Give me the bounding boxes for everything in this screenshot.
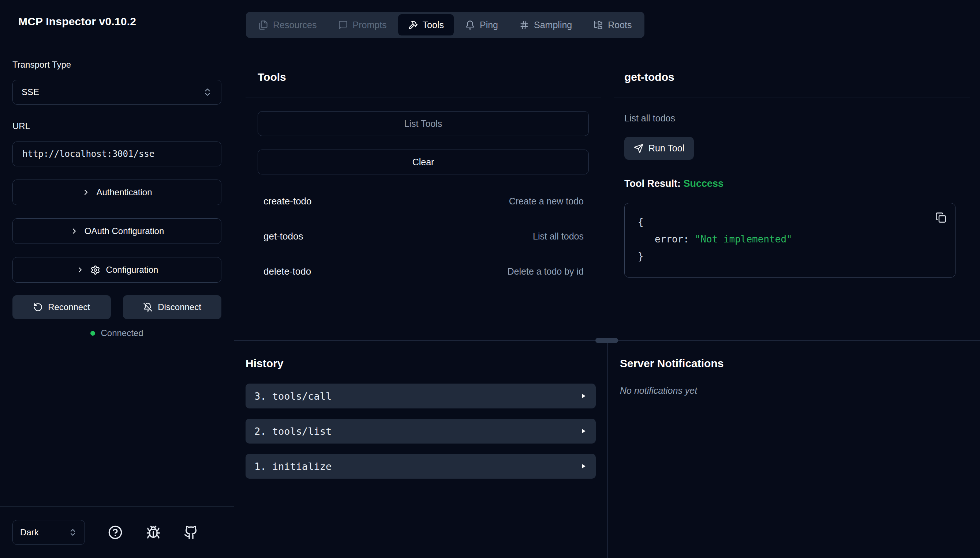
run-tool-label: Run Tool (648, 143, 684, 154)
bug-icon (146, 525, 161, 540)
bottom-region: History 3. tools/call 2. tools/list 1. i… (234, 341, 980, 558)
sidebar-header: MCP Inspector v0.10.2 (0, 0, 234, 43)
tool-name: delete-todo (263, 266, 311, 277)
disconnect-button[interactable]: Disconnect (123, 295, 221, 319)
bug-report-button[interactable] (146, 525, 161, 540)
gear-icon (90, 265, 100, 275)
transport-type-label: Transport Type (12, 59, 221, 70)
sidebar: MCP Inspector v0.10.2 Transport Type SSE… (0, 0, 234, 558)
tab-label: Tools (423, 20, 444, 30)
history-item-label: 3. tools/call (254, 391, 332, 402)
expand-triangle-icon (580, 427, 587, 435)
folder-tree-icon (593, 20, 603, 30)
tool-name: get-todos (263, 231, 303, 242)
hash-icon (519, 20, 529, 30)
tab-tools[interactable]: Tools (398, 14, 454, 36)
run-tool-button[interactable]: Run Tool (624, 137, 694, 160)
transport-type-value: SSE (21, 87, 39, 97)
tab-resources[interactable]: Resources (248, 14, 327, 36)
copy-result-button[interactable] (936, 212, 946, 223)
json-error-line: error: "Not implemented" (649, 231, 944, 248)
tools-panel-title: Tools (258, 71, 601, 84)
rotate-ccw-icon (33, 302, 43, 312)
tools-list-panel: Tools List Tools Clear create-todo Creat… (245, 38, 601, 340)
main-content: Resources Prompts Tools Ping Sampling Ro… (234, 0, 980, 558)
tab-label: Ping (480, 20, 498, 30)
theme-select[interactable]: Dark (12, 520, 85, 545)
divider (614, 98, 970, 98)
json-close-brace: } (638, 248, 944, 265)
connection-status: Connected (12, 328, 221, 338)
help-circle-icon (108, 525, 123, 540)
configuration-button[interactable]: Configuration (12, 257, 221, 283)
transport-type-select[interactable]: SSE (12, 80, 221, 105)
history-item-label: 1. initialize (254, 461, 332, 472)
list-tools-button[interactable]: List Tools (258, 111, 589, 136)
tab-ping[interactable]: Ping (455, 14, 508, 36)
connected-label: Connected (100, 328, 143, 338)
tool-description: Create a new todo (509, 196, 584, 207)
chevron-right-icon (76, 266, 84, 274)
json-string-value: "Not implemented" (695, 234, 792, 245)
tab-roots[interactable]: Roots (583, 14, 641, 36)
url-label: URL (12, 121, 221, 131)
clear-tools-button[interactable]: Clear (258, 149, 589, 174)
chevrons-up-down-icon (68, 528, 77, 537)
connection-actions: Reconnect Disconnect (12, 295, 221, 319)
horizontal-split-divider[interactable] (234, 340, 980, 341)
authentication-button[interactable]: Authentication (12, 179, 221, 205)
connection-settings: Transport Type SSE URL Authentication OA… (0, 59, 234, 338)
tools-tab-content: Tools List Tools Clear create-todo Creat… (234, 38, 980, 340)
tab-label: Sampling (534, 20, 572, 30)
footer-icons (85, 525, 221, 540)
tool-result-label: Tool Result: (624, 178, 681, 189)
chevron-right-icon (70, 227, 79, 235)
app-title: MCP Inspector v0.10.2 (18, 15, 136, 28)
bell-icon (465, 20, 475, 30)
json-open-brace: { (638, 213, 944, 231)
history-item-initialize[interactable]: 1. initialize (245, 454, 596, 479)
send-icon (634, 144, 643, 153)
configuration-label: Configuration (106, 265, 158, 275)
chevron-right-icon (82, 188, 90, 197)
url-input[interactable] (12, 141, 221, 166)
tool-name: create-todo (263, 195, 312, 207)
reconnect-label: Reconnect (48, 302, 90, 312)
bell-off-icon (143, 302, 153, 312)
tool-result-json-viewer: { error: "Not implemented" } (624, 203, 955, 277)
connected-dot (90, 331, 95, 336)
sidebar-footer: Dark (0, 506, 234, 558)
tab-label: Roots (608, 20, 631, 30)
tool-row-get-todos[interactable]: get-todos List all todos (258, 219, 589, 254)
tool-detail-panel: get-todos List all todos Run Tool Tool R… (614, 38, 970, 340)
github-button[interactable] (184, 525, 198, 540)
tab-label: Prompts (353, 20, 387, 30)
tab-sampling[interactable]: Sampling (510, 14, 582, 36)
history-item-label: 2. tools/list (254, 426, 332, 437)
oauth-configuration-button[interactable]: OAuth Configuration (12, 218, 221, 244)
history-panel: History 3. tools/call 2. tools/list 1. i… (234, 341, 607, 558)
tab-bar: Resources Prompts Tools Ping Sampling Ro… (246, 12, 645, 38)
github-icon (184, 525, 198, 540)
message-square-icon (338, 20, 348, 30)
help-button[interactable] (108, 525, 123, 540)
no-notifications-text: No notifications yet (620, 386, 980, 396)
oauth-configuration-label: OAuth Configuration (84, 226, 164, 236)
history-item-tools-call[interactable]: 3. tools/call (245, 384, 596, 409)
chevrons-up-down-icon (203, 87, 212, 97)
reconnect-button[interactable]: Reconnect (12, 295, 111, 319)
tool-result-status: Success (684, 178, 724, 189)
tool-description: List all todos (533, 231, 584, 242)
tool-row-create-todo[interactable]: create-todo Create a new todo (258, 184, 589, 219)
selected-tool-description: List all todos (624, 113, 955, 123)
tool-row-delete-todo[interactable]: delete-todo Delete a todo by id (258, 254, 589, 289)
history-item-tools-list[interactable]: 2. tools/list (245, 419, 596, 443)
drag-handle[interactable] (595, 338, 618, 343)
tool-result-heading: Tool Result: Success (624, 178, 955, 189)
server-notifications-title: Server Notifications (620, 357, 980, 370)
copy-icon (936, 212, 946, 223)
tab-prompts[interactable]: Prompts (328, 14, 397, 36)
tool-description: Delete a todo by id (508, 266, 584, 277)
tab-label: Resources (273, 20, 317, 30)
expand-triangle-icon (580, 392, 587, 400)
